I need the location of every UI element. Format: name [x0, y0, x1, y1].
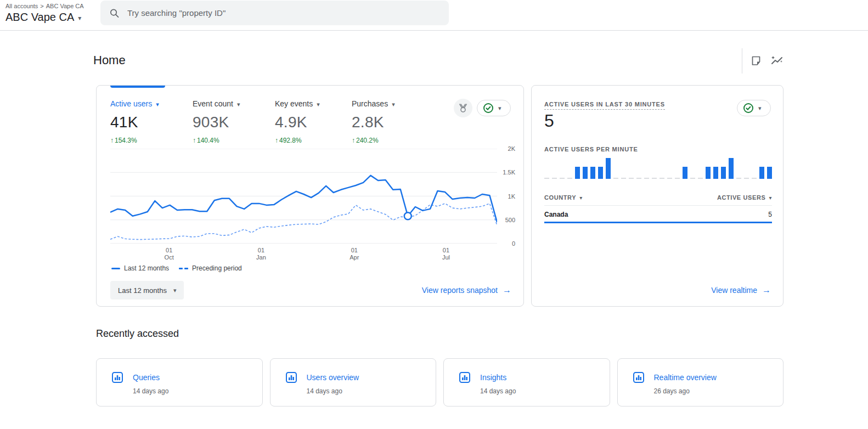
- arrow-right-icon: →: [503, 285, 511, 295]
- metric-selector[interactable]: Event count ▾: [193, 99, 272, 108]
- property-switcher[interactable]: ABC Vape CA ▾: [5, 11, 81, 24]
- recent-card-label: Insights: [480, 373, 506, 382]
- minute-bar: [706, 167, 711, 179]
- per-minute-label: ACTIVE USERS PER MINUTE: [544, 146, 638, 153]
- breadcrumb-all-accounts[interactable]: All accounts: [5, 3, 38, 9]
- report-icon: [285, 371, 298, 384]
- data-quality-dropdown[interactable]: ▾: [737, 100, 771, 116]
- minute-bar: [606, 158, 611, 179]
- recent-card-insights[interactable]: Insights 14 days ago: [443, 358, 610, 407]
- y-tick-label: 500: [505, 217, 515, 223]
- y-axis-labels: 05001K1.5K2K: [500, 149, 515, 244]
- arrow-up-icon: ↑: [352, 137, 355, 144]
- chevron-down-icon: ▾: [498, 105, 501, 112]
- metric-active-users[interactable]: Active users ▾ 41K ↑154.3%: [110, 99, 190, 144]
- minute-bar: [729, 158, 734, 179]
- table-row: Canada 5: [544, 206, 772, 222]
- legend-last-12-months: Last 12 months: [111, 264, 169, 272]
- property-title: ABC Vape CA: [5, 11, 74, 24]
- minute-bar: [759, 167, 764, 179]
- per-minute-bar-chart: [544, 158, 772, 179]
- search-icon: [109, 8, 120, 19]
- overview-card: Active users ▾ 41K ↑154.3% Event count ▾…: [96, 85, 524, 307]
- metric-value: 4.9K: [275, 114, 354, 131]
- minute-bar: [583, 167, 588, 179]
- header-divider: [742, 48, 742, 74]
- report-icon: [458, 371, 471, 384]
- x-tick-label: 01Apr: [345, 247, 364, 261]
- breadcrumb-property[interactable]: ABC Vape CA: [46, 3, 84, 9]
- arrow-up-icon: ↑: [275, 137, 278, 144]
- minute-bar-empty: [567, 178, 572, 179]
- x-tick-label: 01Jan: [252, 247, 270, 261]
- metric-selector[interactable]: Purchases ▾: [352, 99, 431, 108]
- chevron-down-icon: ▾: [173, 287, 177, 294]
- view-reports-snapshot-link[interactable]: View reports snapshot →: [422, 285, 511, 295]
- minute-bar: [598, 167, 603, 179]
- metric-selector[interactable]: Active users ▾: [110, 99, 190, 108]
- recently-accessed-row: Queries 14 days ago Users overview 14 da…: [96, 358, 784, 407]
- breadcrumb-separator: >: [40, 3, 43, 9]
- minute-bar-empty: [652, 178, 657, 179]
- ga-home-screen: All accounts>ABC Vape CA ABC Vape CA ▾ H…: [0, 0, 868, 429]
- note-icon: [750, 55, 762, 67]
- chart-legend: Last 12 months Preceding period: [111, 264, 242, 272]
- legend-preceding-period: Preceding period: [179, 264, 242, 272]
- top-header: All accounts>ABC Vape CA ABC Vape CA ▾: [0, 0, 868, 31]
- report-icon: [111, 371, 124, 384]
- period-label: Last 12 months: [118, 286, 167, 295]
- search-input[interactable]: [127, 8, 440, 18]
- column-active-users[interactable]: ACTIVE USERS ▾: [717, 194, 772, 201]
- solid-line-swatch: [111, 268, 120, 269]
- x-tick-label: 01Jul: [437, 247, 455, 261]
- minute-bar: [590, 167, 595, 179]
- view-realtime-link[interactable]: View realtime →: [711, 285, 771, 295]
- data-quality-dropdown[interactable]: ▾: [477, 100, 511, 116]
- chevron-down-icon: ▾: [392, 101, 395, 108]
- metric-label: Active users: [110, 99, 152, 108]
- metric-value: 41K: [110, 114, 190, 131]
- arrow-up-icon: ↑: [193, 137, 196, 144]
- country-proportion-bar: [544, 222, 772, 223]
- recent-card-realtime-overview[interactable]: Realtime overview 26 days ago: [617, 358, 784, 407]
- insights-button[interactable]: [766, 50, 788, 72]
- metric-purchases[interactable]: Purchases ▾ 2.8K ↑240.2%: [352, 99, 431, 144]
- recent-card-users-overview[interactable]: Users overview 14 days ago: [270, 358, 437, 407]
- minute-bar-empty: [660, 178, 664, 179]
- minute-bar-empty: [736, 178, 741, 179]
- minute-bar-empty: [698, 178, 703, 179]
- minute-bar-empty: [744, 178, 749, 179]
- metric-event-count[interactable]: Event count ▾ 903K ↑140.4%: [193, 99, 272, 144]
- column-country[interactable]: COUNTRY ▾: [544, 194, 583, 201]
- chevron-down-icon: ▾: [769, 195, 772, 201]
- chevron-down-icon: ▾: [156, 101, 159, 108]
- benchmarking-button[interactable]: [454, 99, 472, 117]
- insights-sparkline-icon: [770, 54, 784, 67]
- search-bar[interactable]: [100, 1, 449, 25]
- minute-bar-empty: [621, 178, 626, 179]
- country-name: Canada: [544, 211, 568, 218]
- active-users-30min-value: 5: [544, 111, 554, 131]
- metric-change: ↑140.4%: [193, 137, 272, 144]
- x-axis-labels: 01Oct01Jan01Apr01Jul: [110, 247, 497, 263]
- y-tick-label: 1K: [508, 193, 515, 200]
- table-header-row: COUNTRY ▾ ACTIVE USERS ▾: [544, 194, 772, 206]
- period-selector-dropdown[interactable]: Last 12 months ▾: [110, 281, 184, 300]
- breadcrumb: All accounts>ABC Vape CA: [5, 3, 84, 9]
- metric-key-events[interactable]: Key events ▾ 4.9K ↑492.8%: [275, 99, 354, 144]
- minute-bar-empty: [560, 178, 565, 179]
- metric-label: Key events: [275, 99, 313, 108]
- metric-selector[interactable]: Key events ▾: [275, 99, 354, 108]
- recent-card-label: Realtime overview: [654, 373, 717, 382]
- metric-change: ↑154.3%: [110, 137, 190, 144]
- page-title: Home: [93, 53, 126, 67]
- y-tick-label: 1.5K: [503, 169, 515, 176]
- add-note-button[interactable]: [745, 50, 767, 72]
- check-circle-icon: [743, 103, 754, 114]
- metric-change: ↑240.2%: [352, 137, 431, 144]
- recent-card-age: 14 days ago: [480, 387, 516, 395]
- minute-bar-empty: [675, 178, 680, 179]
- metric-value: 903K: [193, 114, 272, 131]
- minute-bar-empty: [544, 178, 549, 179]
- recent-card-queries[interactable]: Queries 14 days ago: [96, 358, 263, 407]
